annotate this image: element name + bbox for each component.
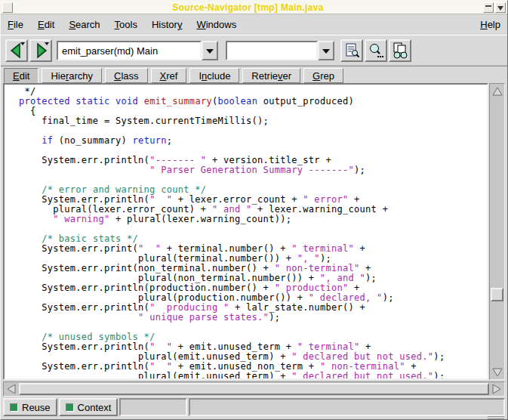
app-window: Source-Navigator [tmp] Main.java FileEdi… [0, 0, 508, 420]
search-combo-entry[interactable] [226, 41, 318, 60]
menu-search[interactable]: Search [69, 19, 100, 30]
vertical-scroll-track[interactable] [490, 98, 504, 365]
code-line: " Parser Generation Summary -------"); [8, 165, 487, 175]
menu-help[interactable]: Help [480, 19, 500, 30]
search-button[interactable] [365, 39, 387, 62]
horizontal-scroll-thumb[interactable] [19, 383, 489, 395]
chevron-down-icon [322, 49, 330, 54]
code-line: plural(emit.unused_term) + " declared bu… [8, 372, 487, 380]
reuse-toggle[interactable]: Reuse [3, 398, 57, 416]
symbol-combo-dropdown-button[interactable] [202, 41, 218, 60]
back-dropdown-icon[interactable] [20, 42, 25, 45]
context-toggle[interactable]: Context [59, 398, 119, 416]
code-line: final_time = System.currentTimeMillis(); [8, 116, 487, 126]
chevron-down-icon [206, 49, 214, 54]
back-button[interactable] [5, 39, 28, 62]
reuse-label: Reuse [22, 402, 51, 413]
tab-include[interactable]: Include [189, 68, 239, 83]
vertical-scrollbar[interactable] [489, 83, 505, 380]
search-combobox [226, 41, 334, 60]
context-checkbox-icon [66, 403, 74, 412]
code-line: if (no_summary) return; [8, 136, 487, 146]
scroll-left-button[interactable] [4, 382, 19, 396]
forward-button[interactable] [29, 39, 52, 62]
documents-binoculars-icon [392, 42, 408, 59]
scroll-up-icon [492, 87, 503, 96]
titlebar[interactable]: Source-Navigator [tmp] Main.java [1, 1, 507, 14]
tab-xref[interactable]: Xref [151, 68, 187, 83]
toolbar: emit_parser(md) Main [1, 35, 507, 66]
editor-row: */ protected static void emit_summary(bo… [1, 83, 507, 380]
code-content: */ protected static void emit_summary(bo… [8, 87, 487, 380]
code-editor[interactable]: */ protected static void emit_summary(bo… [3, 83, 488, 380]
vertical-scroll-thumb[interactable] [491, 288, 503, 301]
scroll-left-icon [7, 384, 16, 394]
context-label: Context [78, 402, 112, 413]
code-line: " unique parse states."); [8, 313, 487, 323]
scroll-down-icon [492, 368, 503, 377]
scroll-right-button[interactable] [489, 382, 504, 396]
statusbar: Reuse Context [3, 398, 505, 416]
minimize-icon [485, 5, 491, 7]
tabbar: EditHierarchyClassXrefIncludeRetrieverGr… [1, 66, 507, 83]
horizontal-scrollbar[interactable] [3, 381, 505, 397]
menu-windows[interactable]: Windows [196, 19, 236, 30]
menu-file[interactable]: File [8, 19, 23, 30]
document-magnifier-icon [343, 42, 360, 59]
forward-dropdown-icon[interactable] [45, 42, 49, 45]
code-line: protected static void emit_summary(boole… [8, 97, 487, 107]
tab-retriever[interactable]: Retriever [242, 68, 300, 83]
code-line: " warning" + plural(lexer.warning_count)… [8, 215, 487, 224]
tab-class[interactable]: Class [105, 68, 148, 83]
scroll-right-icon [492, 384, 501, 394]
window-title: Source-Navigator [tmp] Main.java [13, 2, 483, 13]
symbol-combo-entry[interactable]: emit_parser(md) Main [57, 41, 202, 60]
tab-grep[interactable]: Grep [303, 68, 343, 83]
maximize-button[interactable] [495, 2, 506, 13]
magnifier-dots-icon [368, 42, 384, 59]
resize-grip-icon[interactable] [488, 416, 504, 419]
tab-hierarchy[interactable]: Hierarchy [42, 68, 102, 83]
symbol-combobox: emit_parser(md) Main [57, 41, 218, 60]
scroll-up-button[interactable] [490, 84, 504, 98]
tab-edit[interactable]: Edit [4, 68, 38, 83]
menubar: FileEditSearchToolsHistoryWindows Help [1, 14, 507, 35]
maximize-icon [497, 6, 503, 11]
status-field-small [119, 398, 187, 416]
retriever-button[interactable] [389, 39, 411, 62]
editor-button[interactable] [340, 39, 363, 62]
minimize-button[interactable] [483, 2, 494, 13]
search-combo-dropdown-button[interactable] [318, 41, 334, 60]
menu-edit[interactable]: Edit [38, 19, 54, 30]
reuse-checkbox-icon [10, 403, 18, 412]
menu-history[interactable]: History [152, 19, 182, 30]
scroll-down-button[interactable] [490, 365, 504, 379]
menu-tools[interactable]: Tools [115, 19, 137, 30]
status-field-message [189, 398, 505, 416]
window-menu-button[interactable] [2, 2, 13, 13]
